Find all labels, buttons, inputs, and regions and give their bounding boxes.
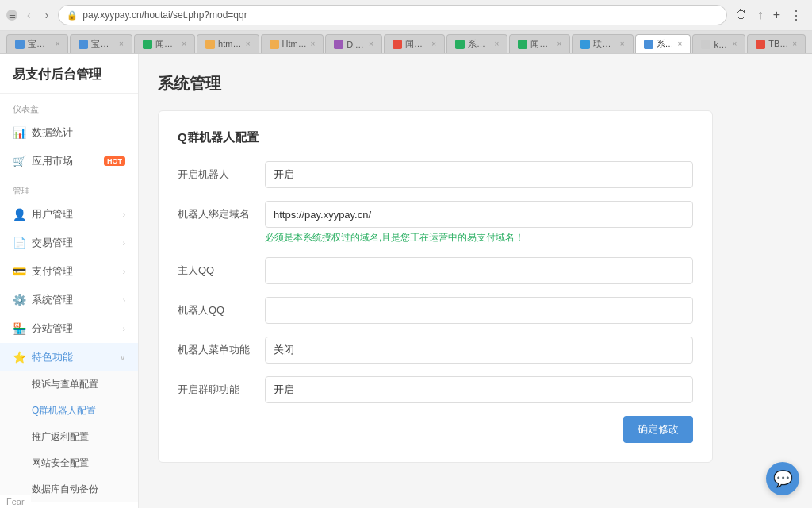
- tab-close-3[interactable]: ×: [246, 40, 251, 48]
- browser-toolbar: ☰ ‹ › 🔒 pay.xyypay.cn/houtai/set.php?mod…: [0, 0, 812, 31]
- forward-btn[interactable]: ›: [40, 7, 54, 23]
- sidebar-item-features[interactable]: ⭐ 特色功能 ∨: [0, 343, 138, 371]
- status-text: Fear: [6, 497, 25, 506]
- input-group-func[interactable]: [265, 376, 693, 403]
- tab-close-11[interactable]: ×: [732, 40, 737, 48]
- sidebar-item-branch[interactable]: 🏪 分站管理 ›: [0, 314, 138, 343]
- browser-tab-1[interactable]: 宝塔 Linu...×: [70, 34, 132, 53]
- sidebar-item-stats[interactable]: 📊 数据统计: [0, 118, 138, 147]
- browser-tab-2[interactable]: 闻支付系...×: [134, 34, 195, 53]
- sub-item-complaint[interactable]: 投诉与查单配置: [0, 371, 138, 398]
- browser-tab-4[interactable]: Html 加密...×: [261, 34, 324, 53]
- section-title-dashboard: 仪表盘: [0, 94, 138, 118]
- browser-tab-0[interactable]: 宝塔 Linu...×: [6, 34, 68, 53]
- arrow-icon: ›: [123, 210, 125, 219]
- tab-close-9[interactable]: ×: [620, 40, 625, 48]
- address-text: pay.xyypay.cn/houtai/set.php?mod=qqr: [82, 10, 247, 21]
- tab-close-7[interactable]: ×: [494, 40, 499, 48]
- gear-icon: ⚙️: [13, 294, 25, 306]
- sidebar-item-payment[interactable]: 💳 支付管理 ›: [0, 257, 138, 286]
- browser-tab-9[interactable]: 联支付系...×: [572, 34, 633, 53]
- tab-label-7: 系统简介...: [468, 38, 491, 50]
- card-icon: 💳: [13, 265, 25, 278]
- sidebar-item-system[interactable]: ⚙️ 系统管理 ›: [0, 286, 138, 314]
- arrow-icon5: ›: [123, 325, 125, 333]
- form-row-enable: 开启机器人: [178, 161, 693, 188]
- window-menu-btn[interactable]: ☰: [6, 10, 17, 21]
- tab-favicon-4: [270, 40, 279, 49]
- input-robot-domain[interactable]: [265, 201, 693, 228]
- form-actions: 确定修改: [178, 416, 693, 443]
- label-domain: 机器人绑定域名: [178, 201, 265, 221]
- browser-tab-8[interactable]: 闻支付论...×: [509, 34, 570, 53]
- sub-items-features: 投诉与查单配置 Q群机器人配置 推广返利配置 网站安全配置 数据库自动备份: [0, 371, 138, 502]
- card-title: Q群机器人配置: [178, 130, 693, 145]
- tab-close-4[interactable]: ×: [310, 40, 315, 48]
- field-domain: 必须是本系统授权过的域名,且是您正在运营中的易支付域名！: [265, 201, 693, 244]
- tab-favicon-12: [756, 40, 765, 49]
- new-tab-btn[interactable]: +: [770, 6, 783, 25]
- tab-favicon-7: [455, 40, 465, 49]
- stats-label: 数据统计: [32, 125, 125, 140]
- browser-chrome: ☰ ‹ › 🔒 pay.xyypay.cn/houtai/set.php?mod…: [0, 0, 812, 54]
- tab-close-12[interactable]: ×: [792, 40, 797, 48]
- label-enable: 开启机器人: [178, 161, 265, 182]
- browser-tab-5[interactable]: Discuzt...×: [325, 34, 382, 53]
- submit-button[interactable]: 确定修改: [623, 416, 693, 443]
- tab-close-2[interactable]: ×: [182, 40, 186, 48]
- history-btn[interactable]: ⏱: [732, 6, 751, 25]
- input-robot-qq[interactable]: [265, 297, 693, 324]
- chart-icon: 📊: [13, 126, 25, 139]
- tab-label-8: 闻支付论...: [530, 38, 553, 50]
- tab-label-1: 宝塔 Linu...: [91, 38, 116, 50]
- chat-bubble[interactable]: 💬: [766, 462, 799, 495]
- form-row-group-func: 开启群聊功能: [178, 376, 693, 403]
- browser-tab-12[interactable]: TB 云支...×: [747, 34, 806, 53]
- tab-label-11: km.html: [714, 40, 729, 49]
- field-master-qq: [265, 257, 693, 284]
- tab-close-1[interactable]: ×: [119, 40, 124, 48]
- menu-btn[interactable]: ⋮: [787, 6, 806, 25]
- input-master-qq[interactable]: [265, 257, 693, 284]
- tab-close-10[interactable]: ×: [678, 40, 683, 48]
- browser-tab-11[interactable]: km.html×: [692, 34, 745, 53]
- arrow-icon4: ›: [123, 296, 125, 305]
- share-btn[interactable]: ↑: [754, 6, 767, 25]
- tab-favicon-0: [15, 40, 25, 49]
- tab-close-5[interactable]: ×: [369, 40, 373, 48]
- browser-tab-10[interactable]: 系统设置×: [635, 34, 691, 53]
- sub-item-security[interactable]: 网站安全配置: [0, 450, 138, 476]
- input-menu-func[interactable]: [265, 337, 693, 364]
- tab-favicon-1: [79, 40, 88, 49]
- tab-close-8[interactable]: ×: [557, 40, 562, 48]
- browser-tab-6[interactable]: 闻支付系...×: [384, 34, 445, 53]
- section-title-manage: 管理: [0, 175, 138, 200]
- tab-favicon-6: [393, 40, 402, 49]
- tab-label-4: Html 加密...: [282, 38, 308, 50]
- form-row-master-qq: 主人QQ: [178, 257, 693, 284]
- tab-favicon-2: [143, 40, 152, 49]
- input-enable-robot[interactable]: [265, 161, 693, 188]
- users-label: 用户管理: [32, 207, 117, 221]
- browser-tab-3[interactable]: html 加密...×: [197, 34, 259, 53]
- sub-item-promotion[interactable]: 推广返利配置: [0, 424, 138, 450]
- domain-hint: 必须是本系统授权过的域名,且是您正在运营中的易支付域名！: [265, 231, 693, 244]
- payment-label: 支付管理: [32, 264, 117, 279]
- sidebar-item-transactions[interactable]: 📄 交易管理 ›: [0, 229, 138, 257]
- arrow-icon2: ›: [123, 239, 125, 248]
- address-bar: 🔒 pay.xyypay.cn/houtai/set.php?mod=qqr: [58, 5, 726, 25]
- label-menu-func: 机器人菜单功能: [178, 337, 265, 357]
- arrow-icon3: ›: [123, 267, 125, 276]
- field-robot-qq: [265, 297, 693, 324]
- tab-label-9: 联支付系...: [593, 38, 616, 50]
- tab-close-0[interactable]: ×: [56, 40, 60, 48]
- market-label: 应用市场: [32, 154, 98, 168]
- tab-close-6[interactable]: ×: [431, 40, 436, 48]
- sidebar-item-market[interactable]: 🛒 应用市场 HOT: [0, 147, 138, 175]
- sidebar-item-users[interactable]: 👤 用户管理 ›: [0, 200, 138, 229]
- back-btn[interactable]: ‹: [22, 7, 36, 23]
- sub-item-qq-robot[interactable]: Q群机器人配置: [0, 398, 138, 424]
- browser-tab-7[interactable]: 系统简介...×: [446, 34, 508, 53]
- branch-label: 分站管理: [32, 321, 117, 336]
- form-row-menu-func: 机器人菜单功能: [178, 337, 693, 364]
